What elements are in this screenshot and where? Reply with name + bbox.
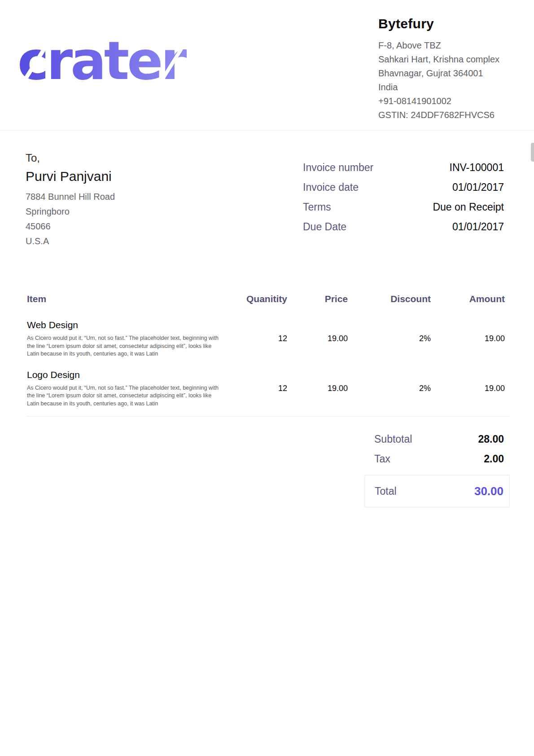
table-divider	[27, 416, 510, 417]
item-description: As Cicero would put it, “Um, not so fast…	[27, 384, 224, 408]
item-quantity: 12	[233, 384, 287, 393]
company-address-line: India	[378, 80, 499, 94]
items-table: Item Quanitity Price Discount Amount Web…	[27, 294, 505, 419]
total-label: Total	[375, 485, 397, 497]
col-header-price: Price	[287, 294, 348, 304]
company-address-line: Bhavnagar, Gujrat 364001	[378, 66, 499, 80]
crater-logo: crater	[19, 38, 201, 90]
terms-label: Terms	[303, 201, 331, 213]
invoice-meta: Invoice number INV-100001 Invoice date 0…	[303, 162, 504, 241]
total-box: Total 30.00	[364, 475, 510, 507]
item-name: Logo Design	[27, 369, 233, 380]
meta-row-invoice-date: Invoice date 01/01/2017	[303, 181, 504, 193]
col-header-amount: Amount	[431, 294, 505, 304]
item-price: 19.00	[287, 334, 348, 343]
col-header-quantity: Quanitity	[233, 294, 287, 304]
customer-address-line: 7884 Bunnel Hill Road	[26, 189, 115, 204]
company-address-line: Sahkari Hart, Krishna complex	[378, 53, 499, 66]
item-cell: Web Design As Cicero would put it, “Um, …	[27, 320, 233, 358]
totals-block: Subtotal 28.00 Tax 2.00 Total 30.00	[364, 429, 510, 507]
company-info: Bytefury F-8, Above TBZ Sahkari Hart, Kr…	[378, 16, 499, 122]
item-amount: 19.00	[431, 384, 505, 393]
item-cell: Logo Design As Cicero would put it, “Um,…	[27, 369, 233, 408]
meta-row-due-date: Due Date 01/01/2017	[303, 221, 504, 233]
company-phone: +91-08141901002	[378, 94, 499, 108]
meta-row-invoice-number: Invoice number INV-100001	[303, 162, 504, 174]
table-header-row: Item Quanitity Price Discount Amount	[27, 294, 505, 304]
table-row: Logo Design As Cicero would put it, “Um,…	[27, 369, 505, 408]
item-price: 19.00	[287, 384, 348, 393]
meta-row-terms: Terms Due on Receipt	[303, 201, 504, 213]
item-quantity: 12	[233, 334, 287, 343]
invoice-number-label: Invoice number	[303, 162, 373, 174]
tax-row: Tax 2.00	[364, 449, 510, 469]
col-header-discount: Discount	[348, 294, 431, 304]
customer-address-line: 45066	[26, 219, 115, 234]
subtotal-value: 28.00	[478, 433, 504, 445]
due-date-label: Due Date	[303, 221, 346, 233]
terms-value: Due on Receipt	[433, 201, 504, 213]
col-header-item: Item	[27, 294, 233, 304]
total-value: 30.00	[474, 484, 503, 498]
subtotal-row: Subtotal 28.00	[364, 429, 510, 449]
item-discount: 2%	[348, 334, 431, 343]
invoice-number-value: INV-100001	[450, 162, 504, 174]
item-amount: 19.00	[431, 334, 505, 343]
table-row: Web Design As Cicero would put it, “Um, …	[27, 320, 505, 358]
invoice-date-label: Invoice date	[303, 181, 359, 193]
customer-address-line: Springboro	[26, 204, 115, 219]
item-discount: 2%	[348, 384, 431, 393]
item-name: Web Design	[27, 320, 233, 330]
crater-logo-icon: crater	[19, 38, 201, 88]
invoice-header: crater Bytefury F-8, Above TBZ Sahkari H…	[0, 0, 534, 131]
subtotal-label: Subtotal	[374, 433, 412, 445]
invoice-date-value: 01/01/2017	[452, 181, 504, 193]
company-address-line: F-8, Above TBZ	[378, 39, 499, 53]
bill-to-block: To, Purvi Panjvani 7884 Bunnel Hill Road…	[26, 152, 115, 249]
tax-value: 2.00	[484, 453, 504, 465]
company-gstin: GSTIN: 24DDF7682FHVCS6	[378, 108, 499, 122]
scrollbar-thumb[interactable]	[531, 143, 534, 162]
customer-name: Purvi Panjvani	[26, 169, 115, 184]
bill-to-label: To,	[26, 152, 115, 164]
customer-address: 7884 Bunnel Hill Road Springboro 45066 U…	[26, 189, 115, 249]
customer-address-line: U.S.A	[26, 234, 115, 249]
invoice-page: crater Bytefury F-8, Above TBZ Sahkari H…	[0, 0, 534, 756]
due-date-value: 01/01/2017	[452, 221, 504, 233]
item-description: As Cicero would put it, “Um, not so fast…	[27, 334, 224, 358]
company-address: F-8, Above TBZ Sahkari Hart, Krishna com…	[378, 39, 499, 122]
company-name: Bytefury	[378, 16, 499, 31]
tax-label: Tax	[374, 453, 390, 465]
